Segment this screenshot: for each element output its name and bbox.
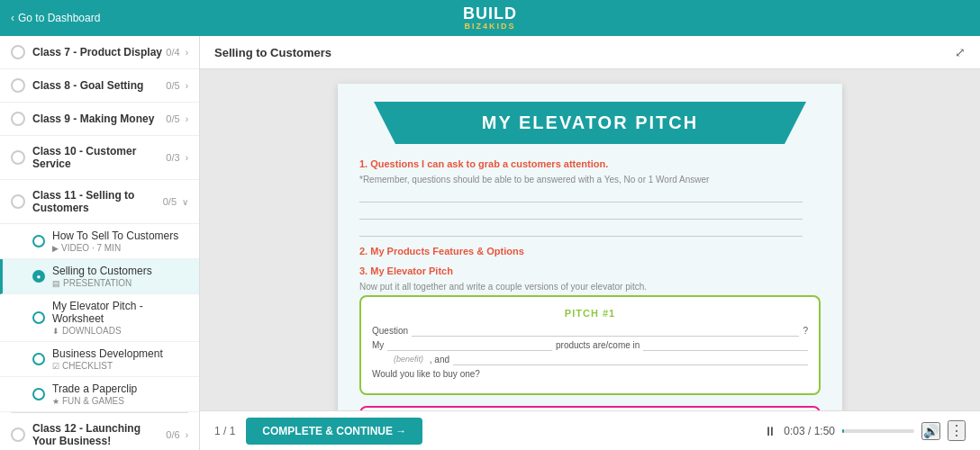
bottom-bar: 1 / 1 COMPLETE & CONTINUE → ⏸ 0:03 / 1:5…: [200, 410, 980, 450]
section1-sublabel: *Remember, questions should be able to b…: [359, 175, 821, 184]
selling-customers-type: ▤ PRESENTATION: [52, 278, 188, 288]
pitch1-my-fill: [387, 340, 552, 351]
business-dev-content: Business Development ☑ CHECKLIST: [52, 347, 188, 371]
pitch1-title: PITCH #1: [372, 308, 808, 319]
class7-circle: [11, 45, 25, 59]
pitch1-and-fill: [453, 355, 808, 365]
class11-title: Class 11 - Selling to Customers: [32, 189, 163, 214]
more-icon: ⋮: [949, 423, 964, 438]
class12-progress: 0/6: [166, 429, 179, 440]
subitem-business-dev[interactable]: Business Development ☑ CHECKLIST: [0, 342, 199, 377]
presentation-icon: ▤: [52, 279, 60, 288]
business-dev-type: ☑ CHECKLIST: [52, 361, 188, 371]
subitem-how-to-sell[interactable]: How To Sell To Customers ▶ VIDEO · 7 MIN: [0, 224, 199, 259]
class11-circle: [11, 194, 25, 209]
slide-content: MY ELEVATOR PITCH 1. Questions I can ask…: [338, 84, 842, 410]
class10-title: Class 10 - Customer Service: [32, 145, 166, 170]
trade-paperclip-type: ★ FUN & GAMES: [52, 396, 188, 406]
sidebar-item-class9[interactable]: Class 9 - Making Money 0/5 ›: [0, 103, 199, 136]
pause-button[interactable]: ⏸: [764, 424, 776, 438]
selling-customers-type-label: PRESENTATION: [63, 278, 132, 288]
class7-title: Class 7 - Product Display: [32, 46, 166, 58]
selling-customers-content: Selling to Customers ▤ PRESENTATION: [52, 265, 188, 288]
pitch1-benefit-label: (benefit): [394, 355, 423, 365]
section3-label: 3. My Elevator Pitch: [359, 266, 821, 276]
video-icon: ▶: [52, 244, 59, 253]
section2: 2. My Products Features & Options: [356, 246, 824, 256]
elevator-pitch-content: My Elevator Pitch - Worksheet ⬇ DOWNLOAD…: [52, 300, 188, 336]
sidebar-item-class10[interactable]: Class 10 - Customer Service 0/3 ›: [0, 136, 199, 180]
content-scroll[interactable]: MY ELEVATOR PITCH 1. Questions I can ask…: [200, 69, 980, 410]
section1: 1. Questions I can ask to grab a custome…: [356, 158, 824, 237]
progress-bar-fill: [842, 429, 844, 433]
class9-circle: [11, 112, 25, 126]
section2-label: 2. My Products Features & Options: [359, 246, 821, 256]
pitch1-question-label: Question: [372, 326, 408, 337]
pitch-header-text: MY ELEVATOR PITCH: [482, 112, 698, 132]
pitch1-buy-line: Would you like to buy one?: [372, 369, 808, 379]
trade-paperclip-type-label: FUN & GAMES: [62, 396, 124, 406]
business-dev-circle: [32, 353, 45, 365]
class9-chevron: ›: [186, 114, 188, 124]
how-to-sell-type-label: VIDEO · 7 MIN: [61, 243, 121, 253]
back-arrow-icon: ‹: [11, 12, 14, 24]
top-navigation: ‹ Go to Dashboard BUILD BIZ4KIDS: [0, 0, 980, 36]
pitch1-and-text: , and: [427, 355, 449, 365]
pitch1-benefit-line: (benefit) , and: [372, 355, 808, 365]
pitch1-my-label: My: [372, 340, 384, 351]
sidebar-item-class12[interactable]: Class 12 - Launching Your Business! 0/6 …: [0, 413, 199, 450]
section1-label: 1. Questions I can ask to grab a custome…: [359, 158, 821, 169]
pitch1-box: PITCH #1 Question ? My products are/come…: [359, 295, 821, 395]
volume-icon: 🔊: [923, 424, 939, 438]
logo-sub-text: BIZ4KIDS: [464, 22, 515, 31]
checklist-icon: ☑: [52, 362, 59, 371]
class8-title: Class 8 - Goal Setting: [32, 79, 166, 92]
class7-progress: 0/4: [166, 47, 179, 58]
class10-circle: [11, 150, 25, 165]
class7-chevron: ›: [186, 48, 188, 58]
elevator-pitch-circle: [32, 311, 45, 324]
sidebar-item-class7[interactable]: Class 7 - Product Display 0/4 ›: [0, 36, 199, 69]
sidebar-item-class11[interactable]: Class 11 - Selling to Customers 0/5 ∨: [0, 180, 199, 224]
main-area: Class 7 - Product Display 0/4 › Class 8 …: [0, 36, 980, 450]
expand-icon[interactable]: ⤢: [955, 45, 966, 59]
complete-continue-label: COMPLETE & CONTINUE →: [262, 425, 406, 437]
progress-bar: [842, 429, 914, 433]
class8-progress: 0/5: [166, 80, 179, 91]
download-icon: ⬇: [52, 327, 59, 336]
trade-paperclip-circle: [32, 388, 45, 400]
trade-paperclip-label: Trade a Paperclip: [52, 382, 188, 395]
how-to-sell-circle: [32, 235, 45, 248]
pitch1-question-fill: [412, 326, 799, 337]
content-title: Selling to Customers: [214, 46, 331, 59]
elevator-pitch-label: My Elevator Pitch - Worksheet: [52, 300, 188, 325]
class9-progress: 0/5: [166, 113, 179, 124]
complete-continue-button[interactable]: COMPLETE & CONTINUE →: [246, 418, 422, 445]
section3: 3. My Elevator Pitch Now put it all toge…: [356, 266, 824, 410]
elevator-pitch-type: ⬇ DOWNLOADS: [52, 326, 188, 336]
back-label: Go to Dashboard: [18, 12, 100, 24]
sidebar-item-class8[interactable]: Class 8 - Goal Setting 0/5 ›: [0, 69, 199, 103]
bottom-right-controls: ⏸ 0:03 / 1:50 🔊 ⋮: [764, 420, 966, 441]
pitch-header: MY ELEVATOR PITCH: [374, 102, 806, 144]
pitch1-my-line: My products are/come in: [372, 340, 808, 351]
subitem-selling-customers[interactable]: ● Selling to Customers ▤ PRESENTATION: [0, 259, 199, 294]
subitem-elevator-pitch[interactable]: My Elevator Pitch - Worksheet ⬇ DOWNLOAD…: [0, 294, 199, 342]
class10-progress: 0/3: [166, 152, 179, 163]
selling-customers-label: Selling to Customers: [52, 265, 188, 277]
pitch1-products-label: products are/come in: [556, 340, 640, 351]
more-options-button[interactable]: ⋮: [948, 420, 966, 441]
class11-progress: 0/5: [163, 196, 177, 207]
class8-circle: [11, 78, 25, 93]
content-header: Selling to Customers ⤢: [200, 36, 980, 69]
pause-icon: ⏸: [764, 424, 776, 438]
class10-chevron: ›: [186, 153, 188, 163]
subitem-trade-paperclip[interactable]: Trade a Paperclip ★ FUN & GAMES: [0, 377, 199, 412]
volume-button[interactable]: 🔊: [921, 422, 940, 440]
class12-title: Class 12 - Launching Your Business!: [32, 422, 166, 447]
brand-logo: BUILD BIZ4KIDS: [463, 5, 517, 31]
back-to-dashboard-button[interactable]: ‹ Go to Dashboard: [11, 12, 100, 24]
pitch1-benefit-spacer: [372, 355, 390, 365]
sidebar: Class 7 - Product Display 0/4 › Class 8 …: [0, 36, 200, 450]
page-indicator: 1 / 1: [214, 425, 235, 437]
